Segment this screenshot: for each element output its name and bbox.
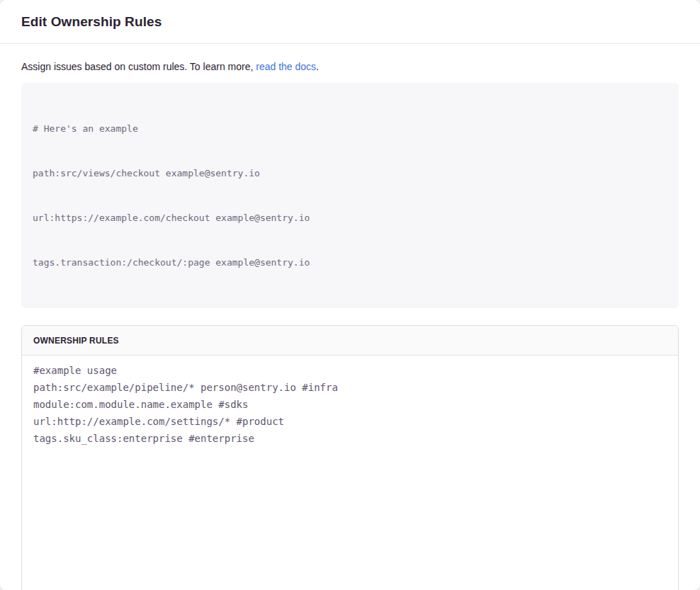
- example-rule-line: path:src/views/checkout example@sentry.i…: [33, 166, 667, 181]
- example-rules-block: # Here's an example path:src/views/check…: [21, 83, 679, 308]
- ownership-rules-panel: OWNERSHIP RULES #example usage path:src/…: [21, 325, 679, 590]
- read-the-docs-link[interactable]: read the docs: [256, 61, 316, 72]
- intro-text-after-link: .: [316, 61, 319, 72]
- example-rule-line: url:https://example.com/checkout example…: [33, 210, 667, 225]
- modal-title: Edit Ownership Rules: [21, 14, 679, 30]
- example-rule-line: tags.transaction:/checkout/:page example…: [33, 255, 667, 270]
- modal-header: Edit Ownership Rules: [0, 0, 700, 44]
- example-rule-line: # Here's an example: [33, 121, 667, 136]
- modal-body: Assign issues based on custom rules. To …: [0, 44, 700, 590]
- ownership-rules-panel-header: OWNERSHIP RULES: [22, 326, 678, 356]
- ownership-rules-textarea[interactable]: #example usage path:src/example/pipeline…: [22, 356, 678, 590]
- intro-text: Assign issues based on custom rules. To …: [21, 61, 679, 73]
- edit-ownership-rules-modal: Edit Ownership Rules Assign issues based…: [0, 0, 700, 590]
- intro-text-before-link: Assign issues based on custom rules. To …: [21, 61, 256, 72]
